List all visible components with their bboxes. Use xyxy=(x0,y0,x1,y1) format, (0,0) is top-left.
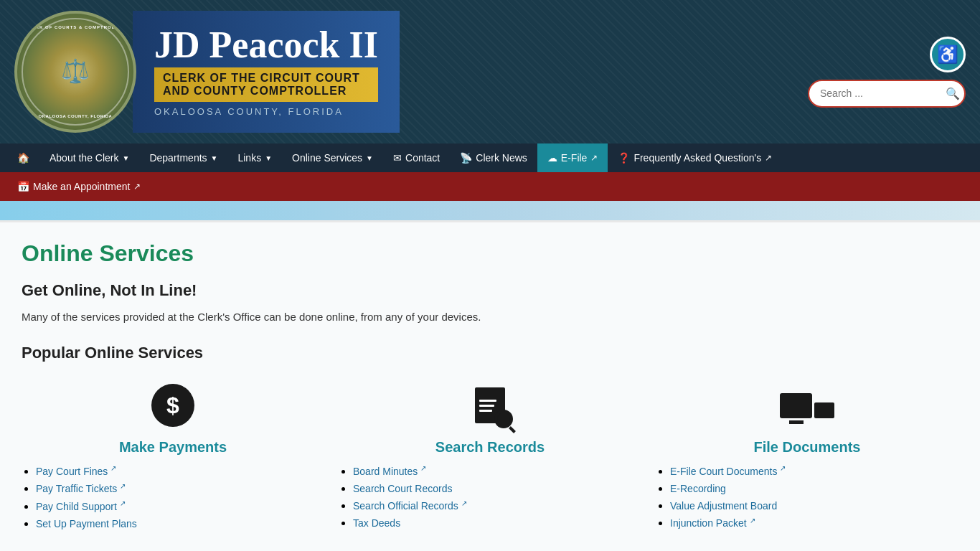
site-title-sub: Clerk of the Circuit Court and County Co… xyxy=(163,72,369,98)
service-card-search: Search Records Board Minutes Search Cour… xyxy=(339,380,641,534)
section-title: Popular Online Services xyxy=(22,344,958,362)
chevron-down-icon: ▼ xyxy=(123,154,130,162)
header-right: ♿ 🔍 xyxy=(808,37,966,108)
search-official-records-link[interactable]: Search Official Records xyxy=(353,500,467,512)
list-item: Pay Child Support xyxy=(36,499,324,513)
hero-banner xyxy=(0,201,980,222)
chevron-down-icon: ▼ xyxy=(265,154,272,162)
list-item: Injunction Packet xyxy=(670,517,958,530)
nav-departments[interactable]: Departments ▼ xyxy=(139,143,227,172)
list-item: Pay Court Fines xyxy=(36,464,324,478)
external-link-icon: ↗ xyxy=(133,182,141,192)
payments-icon-wrap: $ xyxy=(148,380,198,430)
list-item: E-File Court Documents xyxy=(670,464,958,478)
list-item: Set Up Payment Plans xyxy=(36,517,324,530)
chevron-down-icon: ▼ xyxy=(211,154,218,162)
service-card-payments: $ Make Payments Pay Court Fines Pay Traf… xyxy=(22,380,324,534)
nav-links[interactable]: Links ▼ xyxy=(227,143,282,172)
file-links: E-File Court Documents E-Recording Value… xyxy=(656,464,958,534)
nav-efile[interactable]: ☁ E-File ↗ xyxy=(537,143,608,172)
list-item: Pay Traffic Tickets xyxy=(36,482,324,496)
list-item: Search Official Records xyxy=(353,499,641,513)
search-input[interactable] xyxy=(820,88,946,99)
page-subtitle: Get Online, Not In Line! xyxy=(22,281,958,300)
pay-traffic-tickets-link[interactable]: Pay Traffic Tickets xyxy=(36,483,126,494)
nav-home[interactable]: 🏠 xyxy=(7,143,39,172)
search-box[interactable]: 🔍 xyxy=(808,80,966,108)
dollar-icon: $ xyxy=(151,384,194,427)
site-title-block: JD Peacock II Clerk of the Circuit Court… xyxy=(133,11,400,133)
list-item: Board Minutes xyxy=(353,464,641,478)
nav-news[interactable]: 📡 Clerk News xyxy=(450,143,537,172)
nav-online-services[interactable]: Online Services ▼ xyxy=(282,143,383,172)
page-title: Online Services xyxy=(22,240,958,267)
logo-area: CLERK OF COURTS & COMPTROLLER ⚖️ OKALOOS… xyxy=(14,11,400,133)
efile-court-docs-link[interactable]: E-File Court Documents xyxy=(670,466,786,477)
site-title-county: Okaloosa County, Florida xyxy=(154,106,378,117)
site-header: CLERK OF COURTS & COMPTROLLER ⚖️ OKALOOS… xyxy=(0,0,980,143)
search-icon: 🔍 xyxy=(946,87,960,100)
monitor-icon xyxy=(780,393,834,418)
main-content: Online Services Get Online, Not In Line!… xyxy=(0,222,980,551)
calendar-icon: 📅 xyxy=(17,181,29,192)
value-adjustment-link[interactable]: Value Adjustment Board xyxy=(670,500,777,512)
tax-deeds-link[interactable]: Tax Deeds xyxy=(353,517,400,529)
rss-icon: 📡 xyxy=(460,152,472,164)
search-doc-icon xyxy=(468,384,512,427)
nav-appointment[interactable]: 📅 Make an Appointment ↗ xyxy=(7,172,973,201)
nav-about[interactable]: About the Clerk ▼ xyxy=(39,143,139,172)
file-title[interactable]: File Documents xyxy=(754,439,861,456)
county-seal: CLERK OF COURTS & COMPTROLLER ⚖️ OKALOOS… xyxy=(14,11,136,133)
nav-faq[interactable]: ❓ Frequently Asked Question's ↗ xyxy=(608,143,782,172)
pay-child-support-link[interactable]: Pay Child Support xyxy=(36,501,126,512)
injunction-packet-link[interactable]: Injunction Packet xyxy=(670,517,755,529)
board-minutes-link[interactable]: Board Minutes xyxy=(353,466,426,477)
search-icon-wrap xyxy=(465,380,515,430)
external-link-icon: ↗ xyxy=(590,153,598,163)
list-item: Search Court Records xyxy=(353,482,641,495)
payments-links: Pay Court Fines Pay Traffic Tickets Pay … xyxy=(22,464,324,534)
service-card-file: File Documents E-File Court Documents E-… xyxy=(656,380,958,534)
site-title-sub-wrapper: Clerk of the Circuit Court and County Co… xyxy=(154,67,378,102)
upload-icon: ☁ xyxy=(547,152,557,164)
erecording-link[interactable]: E-Recording xyxy=(670,483,726,494)
question-icon: ❓ xyxy=(618,152,630,164)
envelope-icon: ✉ xyxy=(393,152,402,164)
primary-nav: 🏠 About the Clerk ▼ Departments ▼ Links … xyxy=(0,143,980,172)
secondary-nav: 📅 Make an Appointment ↗ xyxy=(0,172,980,201)
pay-court-fines-link[interactable]: Pay Court Fines xyxy=(36,466,116,477)
list-item: E-Recording xyxy=(670,482,958,495)
search-title[interactable]: Search Records xyxy=(435,439,545,456)
external-link-icon: ↗ xyxy=(765,153,772,163)
home-icon: 🏠 xyxy=(17,152,29,164)
file-icon-wrap xyxy=(782,380,832,430)
payments-title[interactable]: Make Payments xyxy=(119,439,227,456)
services-grid: $ Make Payments Pay Court Fines Pay Traf… xyxy=(22,380,958,534)
nav-contact[interactable]: ✉ Contact xyxy=(383,143,450,172)
accessibility-button[interactable]: ♿ xyxy=(930,37,966,72)
payment-plans-link[interactable]: Set Up Payment Plans xyxy=(36,518,137,529)
page-description: Many of the services provided at the Cle… xyxy=(22,309,958,326)
site-title-main: JD Peacock II xyxy=(154,27,378,64)
search-court-records-link[interactable]: Search Court Records xyxy=(353,483,453,494)
list-item: Tax Deeds xyxy=(353,517,641,529)
list-item: Value Adjustment Board xyxy=(670,499,958,512)
chevron-down-icon: ▼ xyxy=(366,154,373,162)
search-links: Board Minutes Search Court Records Searc… xyxy=(339,464,641,534)
